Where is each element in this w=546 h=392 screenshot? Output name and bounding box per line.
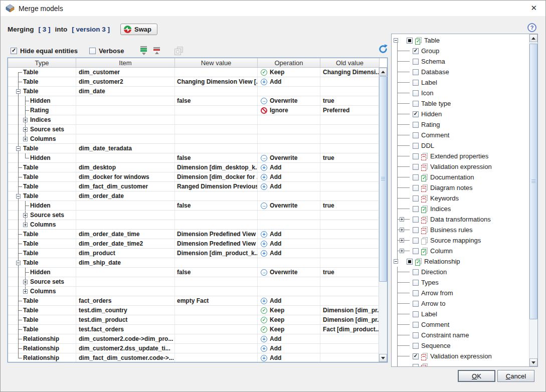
scroll-down-button[interactable] [529,358,537,366]
expand-expander-icon[interactable] [23,223,28,227]
checkbox[interactable] [413,322,419,328]
expand-expander-icon[interactable] [23,137,28,141]
checkbox[interactable] [413,227,419,233]
checkbox[interactable] [413,174,419,180]
expand-expander-icon[interactable] [400,217,404,222]
refresh-icon[interactable] [378,44,389,55]
expand-expander-icon[interactable] [400,249,404,253]
checkbox[interactable] [413,206,419,212]
scroll-thumb[interactable] [379,76,387,282]
expand-expander-icon[interactable] [23,127,28,132]
help-icon[interactable]: ? [527,23,536,32]
tree-item[interactable]: Group [392,46,529,56]
verbose-checkbox[interactable]: Verbose [89,47,124,55]
collapse-all-icon[interactable] [153,47,160,54]
checkbox[interactable] [413,217,419,223]
table-row[interactable]: Source sets [8,211,380,220]
table-row[interactable]: Indices [8,115,380,125]
scroll-thumb[interactable] [529,44,537,319]
checkbox[interactable] [413,132,419,138]
table-row[interactable]: Tabledim_desktopDimension [dim_desktop_k… [8,163,380,172]
tree-item[interactable]: Label [392,309,529,319]
checkbox[interactable] [413,269,419,275]
checkbox[interactable] [413,80,419,86]
table-row[interactable]: Tabledim_order_date [8,191,380,201]
checkbox[interactable] [407,38,413,44]
tree-item[interactable]: ✓Table [392,35,529,46]
checkbox[interactable] [413,290,419,296]
table-row[interactable]: Tabledim_productDimension [dim_product_k… [8,249,380,258]
collapse-expander-icon[interactable] [16,89,21,94]
table-row[interactable]: Source sets [8,277,380,287]
tree-item[interactable]: ✓Documentation [392,172,529,182]
checkbox[interactable] [413,101,419,107]
tree-item[interactable]: −Data transformations [392,214,529,225]
checkbox[interactable] [413,280,419,286]
table-row[interactable]: Tabletest.dim_productKeepDimension [dim_… [8,315,380,325]
table-scrollbar[interactable] [379,68,387,362]
checkbox[interactable] [413,59,419,65]
table-row[interactable]: RatingIgnorePreferred [8,106,380,115]
table-row[interactable]: HiddenfalseOverwritetrue [8,201,380,211]
table-row[interactable]: Source sets [8,125,380,134]
cancel-button[interactable]: Cancel [497,370,534,382]
expand-expander-icon[interactable] [23,118,28,122]
checkbox[interactable] [413,195,419,202]
table-row[interactable]: Tabledim_date [8,87,380,96]
collapse-expander-icon[interactable] [394,38,398,43]
tree-item[interactable]: ✓Relationship [392,256,529,267]
checkbox-checked[interactable] [11,48,17,54]
table-row[interactable]: HiddenfalseOverwritetrue [8,96,380,106]
tree-item[interactable]: Schema [392,56,529,67]
tree-item[interactable]: Database [392,67,529,77]
column-header[interactable]: Type [8,58,76,67]
checkbox[interactable] [413,238,419,244]
expand-all-icon[interactable] [140,46,147,55]
tree-item[interactable]: − [392,361,529,366]
table-row[interactable]: Relationshipdim_fact_dim_customer.code->… [8,353,380,362]
checkbox[interactable] [413,248,419,254]
column-header[interactable]: Old value [320,58,380,67]
tree-item[interactable]: Rating [392,119,529,130]
tree-item[interactable]: Types [392,277,529,288]
tree-item[interactable]: Source mappings [392,235,529,246]
tree-item[interactable]: −Validation expression [392,161,529,172]
table-row[interactable]: Tablefact_ordersempty FactAdd [8,296,380,306]
checkbox[interactable] [413,343,419,349]
tree-item[interactable]: −Validation expression [392,351,529,361]
table-row[interactable]: Columns [8,134,380,144]
checkbox[interactable] [413,153,419,159]
tree-item[interactable]: −Diagram notes [392,182,529,193]
table-row[interactable]: Tabledim_order_date_timeDimension Predef… [8,230,380,239]
checkbox[interactable] [413,122,419,128]
table-row[interactable]: Tabletest.fact_ordersKeepFact [dim_produ… [8,325,380,334]
tree-item[interactable]: Comment [392,319,529,330]
table-row[interactable]: Tabledim_docker for windowsDimension [di… [8,172,380,182]
table-row[interactable]: Columns [8,287,380,296]
tree-item[interactable]: DDL [392,140,529,151]
table-row[interactable]: Columns [8,220,380,230]
checkbox[interactable] [413,90,419,96]
checkbox[interactable] [413,143,419,149]
tree-item[interactable]: −Extended properties [392,151,529,161]
checkbox[interactable] [413,353,419,359]
tree-item[interactable]: Arrow to [392,298,529,309]
table-row[interactable]: Tabledim_order_date_time2Dimension Prede… [8,239,380,249]
checkbox[interactable] [413,332,419,338]
hide-equal-entities-checkbox[interactable]: Hide equal entities [11,47,78,55]
checkbox[interactable] [413,69,419,75]
tree-item[interactable]: −Keywords [392,193,529,204]
table-row[interactable]: Relationshipdim_customer2.dss_update_ti.… [8,344,380,353]
expand-expander-icon[interactable] [23,280,28,284]
tree-item[interactable]: Icon [392,88,529,98]
checkbox[interactable] [407,259,413,265]
expand-expander-icon[interactable] [23,289,28,294]
tree-item[interactable]: Table type [392,98,529,109]
table-row[interactable]: Tabledim_ship_date [8,258,380,268]
collapse-expander-icon[interactable] [16,146,21,151]
tree-item[interactable]: Hidden [392,109,529,119]
table-row[interactable]: Tabledim_customer2Changing Dimension Vie… [8,77,380,87]
table-row[interactable]: HiddenfalseOverwritetrue [8,153,380,163]
checkbox[interactable] [413,48,419,54]
scroll-down-button[interactable] [379,354,387,362]
